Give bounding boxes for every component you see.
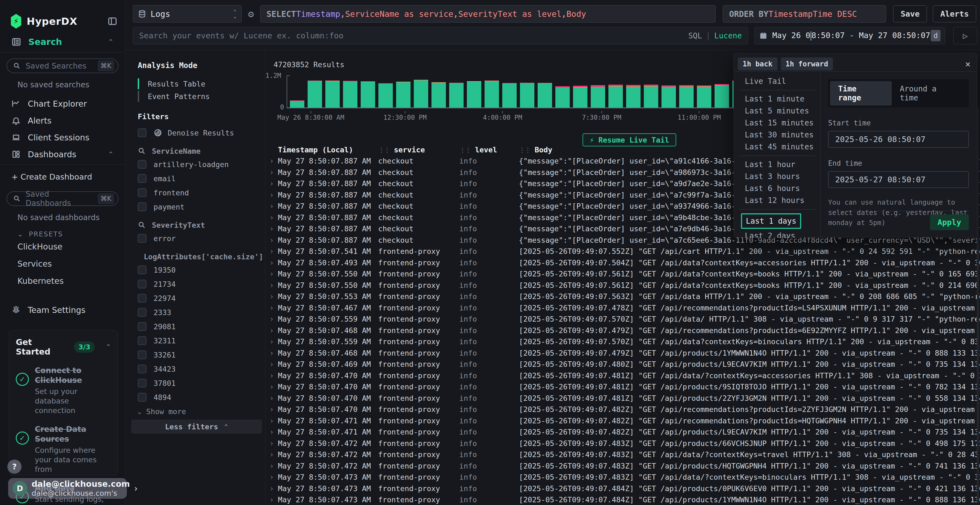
row-expand-chevron-icon[interactable]: › bbox=[266, 473, 278, 481]
filter-option[interactable]: 32311 bbox=[138, 335, 260, 346]
forward-1h-button[interactable]: 1h forward bbox=[781, 57, 833, 70]
analysis-mode-results-table[interactable]: Results Table bbox=[138, 78, 260, 90]
sidebar-preset-clickhouse[interactable]: ClickHouse bbox=[0, 238, 125, 255]
histogram-bar[interactable] bbox=[308, 81, 322, 108]
filter-option[interactable]: email bbox=[138, 173, 260, 184]
help-button[interactable]: ? bbox=[7, 460, 22, 474]
table-row[interactable]: ›May 27 8:50:07.470 AMfrontend-proxyinfo… bbox=[266, 381, 980, 392]
filter-option[interactable]: artillery-loadgen bbox=[138, 159, 260, 170]
histogram-bar[interactable] bbox=[290, 100, 304, 108]
filter-option[interactable]: payment bbox=[138, 201, 260, 212]
lucene-mode-toggle[interactable]: Lucene bbox=[714, 31, 742, 40]
back-1h-button[interactable]: 1h back bbox=[738, 57, 778, 70]
row-expand-chevron-icon[interactable]: › bbox=[266, 224, 278, 233]
sidebar-item-alerts[interactable]: Alerts bbox=[0, 112, 125, 129]
row-expand-chevron-icon[interactable]: › bbox=[266, 168, 278, 177]
filter-option[interactable]: 33261 bbox=[138, 349, 260, 360]
create-dashboard-button[interactable]: + Create Dashboard bbox=[0, 168, 125, 185]
filter-option[interactable]: 4894 bbox=[138, 392, 260, 403]
checkbox[interactable] bbox=[138, 188, 146, 197]
quick-range-last-5-minutes[interactable]: Last 5 minutes bbox=[734, 105, 820, 117]
row-expand-chevron-icon[interactable]: › bbox=[266, 484, 278, 493]
filter-option[interactable]: 19350 bbox=[138, 264, 260, 275]
filter-option[interactable]: 21734 bbox=[138, 279, 260, 289]
table-row[interactable]: ›May 27 8:50:07.469 AMfrontend-proxyinfo… bbox=[266, 359, 980, 370]
histogram-bar[interactable] bbox=[520, 83, 535, 108]
row-expand-chevron-icon[interactable]: › bbox=[266, 202, 278, 211]
filter-option[interactable]: 34423 bbox=[138, 364, 260, 375]
histogram-bar[interactable] bbox=[573, 86, 587, 108]
row-expand-chevron-icon[interactable]: › bbox=[266, 303, 278, 312]
checkbox[interactable] bbox=[138, 393, 146, 402]
row-expand-chevron-icon[interactable]: › bbox=[266, 462, 278, 470]
row-expand-chevron-icon[interactable]: › bbox=[266, 495, 278, 504]
row-expand-chevron-icon[interactable]: › bbox=[266, 213, 278, 222]
table-row[interactable]: ›May 27 8:50:07.541 AMfrontend-proxyinfo… bbox=[266, 246, 980, 257]
row-expand-chevron-icon[interactable]: › bbox=[266, 349, 278, 357]
table-row[interactable]: ›May 27 8:50:07.471 AMfrontend-proxyinfo… bbox=[266, 415, 980, 427]
quick-range-last-1-hour[interactable]: Last 1 hour bbox=[734, 159, 820, 171]
histogram-bar[interactable] bbox=[379, 83, 393, 108]
alerts-button[interactable]: Alerts bbox=[933, 5, 976, 22]
tab-time-range[interactable]: Time range bbox=[830, 81, 892, 106]
get-started-item[interactable]: ✓Connect to ClickHouseSet up your databa… bbox=[16, 366, 111, 415]
user-menu[interactable]: D dale@clickhouse.com dale@clickhouse.co… bbox=[8, 478, 127, 499]
table-row[interactable]: ›May 27 8:50:07.467 AMfrontend-proxyinfo… bbox=[266, 302, 980, 314]
filter-option[interactable]: error bbox=[138, 233, 260, 244]
table-row[interactable]: ›May 27 8:50:07.468 AMfrontend-proxyinfo… bbox=[266, 325, 980, 336]
table-row[interactable]: ›May 27 8:50:07.472 AMfrontend-proxyinfo… bbox=[266, 461, 980, 472]
quick-range-live-tail[interactable]: Live Tail bbox=[734, 75, 820, 87]
live-tail-play-button[interactable]: ▷ bbox=[953, 27, 977, 44]
chevron-up-icon[interactable]: ⌃ bbox=[108, 38, 113, 46]
row-expand-chevron-icon[interactable]: › bbox=[266, 371, 278, 380]
histogram-bar[interactable] bbox=[414, 80, 428, 108]
histogram-bar[interactable] bbox=[502, 83, 517, 108]
row-expand-chevron-icon[interactable]: › bbox=[266, 394, 278, 403]
column-resize-handle[interactable]: ⋮⋮ bbox=[459, 146, 471, 154]
histogram-bar[interactable] bbox=[361, 81, 375, 108]
row-expand-chevron-icon[interactable]: › bbox=[266, 439, 278, 448]
table-row[interactable]: ›May 27 8:50:07.470 AMfrontend-proxyinfo… bbox=[266, 404, 980, 415]
histogram-bar[interactable] bbox=[343, 81, 358, 108]
checkbox[interactable] bbox=[138, 265, 146, 274]
row-expand-chevron-icon[interactable]: › bbox=[266, 326, 278, 335]
row-expand-chevron-icon[interactable]: › bbox=[266, 382, 278, 391]
sidebar-item-client-sessions[interactable]: Client Sessions bbox=[0, 129, 125, 146]
table-row[interactable]: ›May 27 8:50:07.470 AMfrontend-proxyinfo… bbox=[266, 392, 980, 404]
saved-dashboards-input[interactable]: Saved Dashboards ⌘K bbox=[6, 191, 118, 206]
col-header-level[interactable]: ⋮⋮level bbox=[459, 146, 519, 154]
quick-range-last-1-minute[interactable]: Last 1 minute bbox=[734, 93, 820, 105]
row-expand-chevron-icon[interactable]: › bbox=[266, 247, 278, 256]
quick-range-last-6-hours[interactable]: Last 6 hours bbox=[734, 183, 820, 195]
row-expand-chevron-icon[interactable]: › bbox=[266, 416, 278, 425]
chevron-up-icon[interactable]: ⌃ bbox=[106, 343, 111, 351]
saved-searches-input[interactable]: Saved Searches ⌘K bbox=[6, 59, 118, 73]
sidebar-item-team-settings[interactable]: Team Settings bbox=[0, 302, 125, 318]
filter-option[interactable]: frontend bbox=[138, 187, 260, 198]
quick-range-last-3-hours[interactable]: Last 3 hours bbox=[734, 171, 820, 183]
tab-around-a-time[interactable]: Around a time bbox=[892, 81, 967, 106]
row-expand-chevron-icon[interactable]: › bbox=[266, 281, 278, 290]
end-time-input[interactable]: 2025-05-27 08:50:07 bbox=[828, 171, 969, 188]
table-row[interactable]: ›May 27 8:50:07.473 AMfrontend-proxyinfo… bbox=[266, 472, 980, 483]
table-row[interactable]: ›May 27 8:50:07.559 AMfrontend-proxyinfo… bbox=[266, 313, 980, 325]
row-expand-chevron-icon[interactable]: › bbox=[266, 269, 278, 278]
histogram-bar[interactable] bbox=[555, 86, 570, 108]
sidebar-preset-kubernetes[interactable]: Kubernetes bbox=[0, 272, 125, 289]
quick-range-last-15-minutes[interactable]: Last 15 minutes bbox=[734, 117, 820, 129]
row-expand-chevron-icon[interactable]: › bbox=[266, 405, 278, 414]
table-row[interactable]: ›May 27 8:50:07.493 AMfrontend-proxyinfo… bbox=[266, 257, 980, 268]
filter-option[interactable]: 37801 bbox=[138, 378, 260, 389]
close-icon[interactable]: ✕ bbox=[965, 59, 970, 69]
filter-option[interactable]: 2333 bbox=[138, 307, 260, 318]
checkbox[interactable] bbox=[138, 322, 146, 331]
row-expand-chevron-icon[interactable]: › bbox=[266, 191, 278, 199]
search-input[interactable]: Search your events w/ Lucene ex. column:… bbox=[133, 27, 748, 44]
checkbox[interactable] bbox=[138, 160, 146, 169]
histogram-bar[interactable] bbox=[697, 86, 711, 108]
quick-range-last-2-days[interactable]: Last 2 days bbox=[734, 230, 820, 238]
row-expand-chevron-icon[interactable]: › bbox=[266, 427, 278, 437]
quick-range-last-1-days[interactable]: Last 1 days bbox=[741, 213, 801, 229]
histogram-bar[interactable] bbox=[644, 85, 658, 108]
row-expand-chevron-icon[interactable]: › bbox=[266, 314, 278, 324]
